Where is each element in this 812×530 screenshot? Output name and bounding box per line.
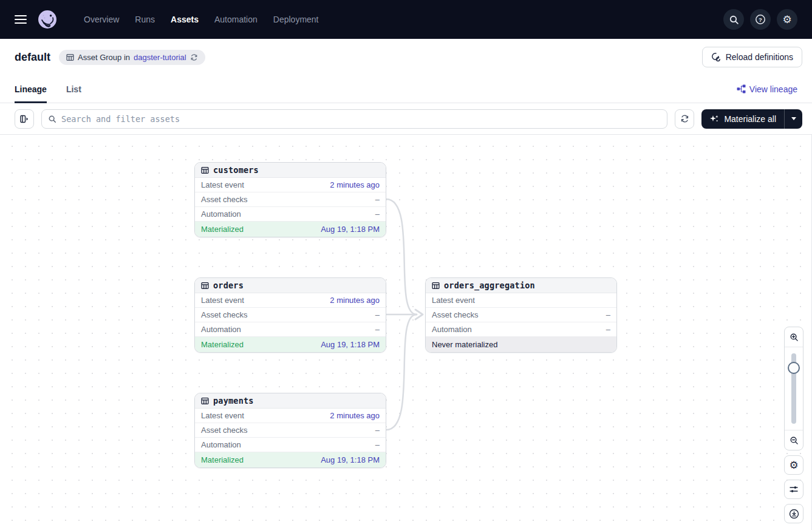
asset-name: orders <box>213 280 244 290</box>
top-nav: Overview Runs Assets Automation Deployme… <box>0 0 812 39</box>
zoom-slider[interactable] <box>785 347 803 430</box>
help-icon[interactable]: ? <box>750 9 771 30</box>
tab-list[interactable]: List <box>66 75 81 103</box>
asset-status-timestamp: Aug 19, 1:18 PM <box>321 340 380 349</box>
asset-row: Asset checks– <box>195 423 386 438</box>
panel-expand-icon <box>19 114 29 124</box>
asset-row: Latest event2 minutes ago <box>195 293 386 308</box>
asset-row-value: – <box>375 195 380 204</box>
graph-settings-button[interactable]: ⚙ <box>784 455 803 475</box>
asset-row-label: Automation <box>201 440 241 449</box>
asset-row-label: Latest event <box>201 411 244 420</box>
gear-icon: ⚙ <box>789 460 798 471</box>
lineage-canvas[interactable]: customers Latest event2 minutes agoAsset… <box>0 135 812 530</box>
download-graph-button[interactable] <box>784 504 803 523</box>
asset-row: Automation– <box>195 438 386 452</box>
refresh-graph-button[interactable] <box>675 109 694 129</box>
asset-row: Latest event <box>426 293 616 308</box>
asset-row-label: Automation <box>201 209 241 219</box>
asset-status-label: Never materialized <box>432 340 497 349</box>
asset-row-label: Automation <box>432 325 472 334</box>
zoom-panel <box>784 327 803 450</box>
asset-row-label: Asset checks <box>201 310 248 319</box>
asset-row-value: – <box>375 310 380 319</box>
view-lineage-label: View lineage <box>749 84 797 94</box>
asset-node-orders_aggregation[interactable]: orders_aggregation Latest eventAsset che… <box>425 277 617 353</box>
table-icon <box>201 166 209 174</box>
materialize-all-button[interactable]: Materialize all <box>701 109 784 129</box>
asset-search <box>41 109 667 129</box>
asset-row-value: – <box>606 310 610 319</box>
graph-toolbar: Materialize all <box>0 103 812 135</box>
settings-icon[interactable]: ⚙ <box>777 9 797 30</box>
asset-row: Automation– <box>426 322 616 337</box>
reload-definitions-label: Reload definitions <box>726 52 793 62</box>
nav-item-overview[interactable]: Overview <box>84 15 119 24</box>
lineage-edge-payments <box>386 314 417 430</box>
edge-arrowhead <box>415 310 423 319</box>
canvas-controls: ⚙ <box>784 327 803 523</box>
sparkles-icon <box>709 114 719 124</box>
asset-row: Asset checks– <box>195 308 386 322</box>
lineage-icon <box>737 84 746 93</box>
code-location-link[interactable]: dagster-tutorial <box>134 53 186 62</box>
asset-status-label: Materialized <box>201 455 244 464</box>
download-icon <box>789 509 799 519</box>
chevron-down-icon <box>791 117 796 120</box>
nav-item-assets[interactable]: Assets <box>171 15 199 24</box>
zoom-slider-thumb[interactable] <box>788 362 800 374</box>
nav-item-deployment[interactable]: Deployment <box>273 15 319 24</box>
asset-row: Latest event2 minutes ago <box>195 409 386 423</box>
refresh-icon[interactable] <box>190 53 198 61</box>
asset-status-label: Materialized <box>201 340 244 349</box>
search-input[interactable] <box>61 114 661 124</box>
asset-row-label: Asset checks <box>201 195 248 204</box>
asset-row-link[interactable]: 2 minutes ago <box>330 180 380 189</box>
table-icon <box>432 282 440 290</box>
tabs-row: Lineage List View lineage <box>0 75 812 103</box>
asset-row-value: – <box>375 440 380 449</box>
asset-row-label: Latest event <box>201 296 244 305</box>
asset-node-customers[interactable]: customers Latest event2 minutes agoAsset… <box>194 162 386 237</box>
materialize-options-button[interactable] <box>784 109 802 129</box>
nav-item-automation[interactable]: Automation <box>214 15 258 24</box>
asset-row: Asset checks– <box>426 308 616 322</box>
asset-row-label: Asset checks <box>201 426 248 435</box>
zoom-in-button[interactable] <box>785 327 803 347</box>
tab-lineage[interactable]: Lineage <box>15 75 47 103</box>
materialize-all-label: Materialize all <box>724 114 776 124</box>
zoom-out-button[interactable] <box>785 430 803 450</box>
primary-nav: Overview Runs Assets Automation Deployme… <box>84 15 319 24</box>
search-icon[interactable] <box>723 9 744 30</box>
page-header: default Asset Group in dagster-tutorial … <box>0 39 812 75</box>
asset-status-label: Materialized <box>201 225 244 234</box>
refresh-icon <box>680 114 689 123</box>
asset-row-value: – <box>606 325 610 334</box>
asset-row: Automation– <box>195 207 386 222</box>
asset-status-timestamp: Aug 19, 1:18 PM <box>321 225 380 234</box>
hamburger-menu-icon[interactable] <box>15 15 27 24</box>
filters-icon <box>789 484 799 494</box>
nav-item-runs[interactable]: Runs <box>135 15 155 24</box>
asset-node-orders[interactable]: orders Latest event2 minutes agoAsset ch… <box>194 277 386 353</box>
asset-row-link[interactable]: 2 minutes ago <box>330 411 380 420</box>
svg-text:?: ? <box>759 16 762 23</box>
page-title: default <box>15 51 50 64</box>
asset-name: customers <box>213 165 259 175</box>
zoom-out-icon <box>790 436 799 445</box>
search-icon <box>48 115 56 123</box>
view-lineage-link[interactable]: View lineage <box>737 84 797 94</box>
expand-sidebar-button[interactable] <box>15 109 34 129</box>
graph-filters-button[interactable] <box>784 480 803 499</box>
asset-status-timestamp: Aug 19, 1:18 PM <box>321 455 380 464</box>
asset-row-value: – <box>375 209 380 219</box>
asset-node-payments[interactable]: payments Latest event2 minutes agoAsset … <box>194 393 386 468</box>
edge-arrowhead <box>415 310 423 319</box>
dagster-logo[interactable] <box>38 10 57 29</box>
asset-row-link[interactable]: 2 minutes ago <box>330 296 380 305</box>
edge-arrowhead <box>415 310 423 319</box>
asset-row-label: Automation <box>201 325 241 334</box>
reload-definitions-button[interactable]: Reload definitions <box>702 47 802 67</box>
asset-name: orders_aggregation <box>444 280 535 290</box>
materialize-split-button: Materialize all <box>701 109 802 129</box>
